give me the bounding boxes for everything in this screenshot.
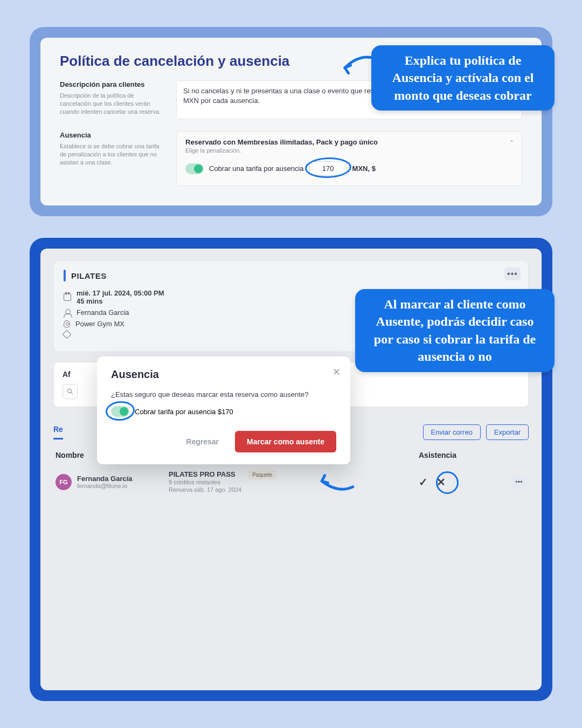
chevron-up-icon[interactable]: ⌃ <box>509 139 514 146</box>
tab-reservations[interactable]: Re <box>53 425 63 439</box>
svg-line-1 <box>71 393 73 394</box>
absence-row: Ausencia Establece si se debe cobrar una… <box>60 131 522 186</box>
fee-input-wrap <box>309 161 347 176</box>
absence-modal: ✕ Ausencia ¿Estas seguro que deseas marc… <box>97 356 350 464</box>
row-user-email: fernanda@fitune.io <box>77 483 133 489</box>
row-renew: Renueva sáb. 17 ago. 2024 <box>169 486 241 493</box>
person-icon <box>64 309 71 317</box>
fee-toggle-label: Cobrar una tarifa por ausencia <box>209 164 304 173</box>
search-icon[interactable] <box>63 384 78 399</box>
row-plan-name: PILATES PRO PASS <box>169 470 241 478</box>
calendar-icon <box>64 293 71 301</box>
description-help: Descripción de la política de cancelació… <box>60 92 162 116</box>
badge-paquete: Paquete <box>248 470 276 479</box>
modal-question: ¿Estas seguro que deseas marcar esta res… <box>111 390 336 399</box>
class-location: Power Gym MX <box>75 320 124 328</box>
reserved-title: Reservado con Membresías ilimitadas, Pac… <box>185 138 513 146</box>
class-datetime: mié. 17 jul. 2024, 05:00 PM 45 mins <box>77 289 164 305</box>
modal-fee-label: Cobrar tarifa por ausencia $170 <box>135 408 233 416</box>
annotation-callout-2: Al marcar al cliente como Ausente, podrá… <box>355 289 555 372</box>
absence-fee-block: ⌃ Reservado con Membresías ilimitadas, P… <box>176 131 522 186</box>
class-panel: PILATES ••• mié. 17 jul. 2024, 05:00 PM … <box>30 238 552 701</box>
fee-amount-input[interactable] <box>309 161 347 176</box>
back-button[interactable]: Regresar <box>178 431 226 452</box>
class-trainer: Fernanda Garcia <box>77 308 129 317</box>
tag-icon <box>63 330 72 339</box>
fee-toggle[interactable] <box>185 163 204 174</box>
description-label-col: Descripción para clientes Descripción de… <box>60 80 162 119</box>
class-name: PILATES <box>71 271 107 280</box>
send-email-button[interactable]: Enviar correo <box>423 424 481 440</box>
class-date: mié. 17 jul. 2024, 05:00 PM <box>77 289 164 297</box>
pin-icon <box>64 320 70 328</box>
absence-help: Establece si se debe cobrar una tarifa d… <box>60 142 162 167</box>
class-duration: 45 mins <box>77 297 164 305</box>
export-button[interactable]: Exportar <box>486 424 529 440</box>
reserved-sub: Elige la penalización. <box>185 147 513 154</box>
close-icon[interactable]: ✕ <box>332 366 341 378</box>
row-user-name: Fernanda García <box>77 475 133 483</box>
class-more-button[interactable]: ••• <box>504 267 521 280</box>
row-more-button[interactable]: ••• <box>511 476 526 488</box>
attend-absent-icon[interactable]: ✕ <box>436 476 446 489</box>
attend-check-icon[interactable]: ✓ <box>419 476 428 489</box>
mark-absent-button[interactable]: Marcar como ausente <box>235 431 336 452</box>
accent-bar-icon <box>64 270 66 281</box>
absence-label-col: Ausencia Establece si se debe cobrar una… <box>60 131 162 186</box>
modal-title: Ausencia <box>111 368 336 381</box>
row-credits: 9 créditos restantes <box>169 478 241 486</box>
avatar: FG <box>56 474 72 490</box>
th-asist: Asistencia <box>419 451 526 459</box>
description-heading: Descripción para clientes <box>60 80 162 88</box>
annotation-callout-1: Explica tu política de Ausencia y actíva… <box>371 45 555 111</box>
fee-currency: MXN, $ <box>352 164 376 173</box>
svg-point-0 <box>67 389 71 393</box>
absence-heading: Ausencia <box>60 131 162 139</box>
policy-panel: Política de cancelación y ausencia Descr… <box>30 27 552 216</box>
fee-line: Cobrar una tarifa por ausencia MXN, $ <box>185 161 513 176</box>
modal-fee-toggle[interactable] <box>111 406 129 417</box>
table-row: FG Fernanda García fernanda@fitune.io PI… <box>53 465 529 499</box>
